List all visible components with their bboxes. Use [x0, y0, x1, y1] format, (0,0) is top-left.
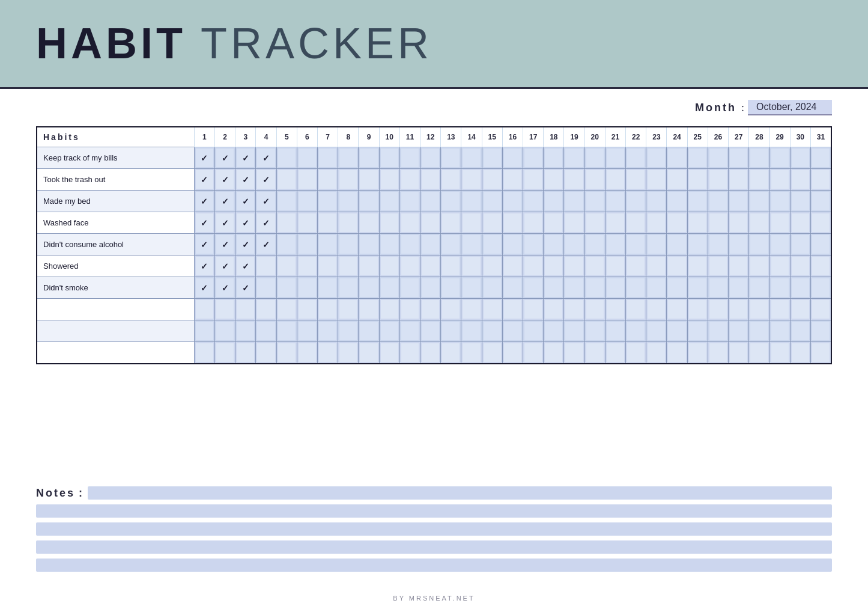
- notes-first-line[interactable]: [88, 486, 832, 500]
- habit-5-day-9[interactable]: [359, 256, 379, 277]
- habit-1-day-12[interactable]: [420, 169, 441, 191]
- habit-1-day-3[interactable]: ✓: [235, 169, 256, 191]
- habit-6-day-1[interactable]: ✓: [194, 277, 214, 299]
- habit-9-day-6[interactable]: [297, 342, 317, 364]
- habit-0-day-19[interactable]: [564, 147, 584, 169]
- habit-0-day-11[interactable]: [399, 147, 420, 169]
- habit-2-day-10[interactable]: [379, 191, 399, 212]
- habit-4-day-10[interactable]: [379, 234, 399, 256]
- habit-1-day-11[interactable]: [399, 169, 420, 191]
- habit-6-day-31[interactable]: [810, 277, 831, 299]
- habit-7-day-30[interactable]: [790, 299, 810, 320]
- habit-6-day-21[interactable]: [605, 277, 625, 299]
- habit-0-day-25[interactable]: [687, 147, 708, 169]
- habit-3-day-20[interactable]: [584, 212, 605, 234]
- habit-1-day-27[interactable]: [729, 169, 749, 191]
- habit-6-day-8[interactable]: [338, 277, 359, 299]
- habit-6-day-3[interactable]: ✓: [235, 277, 256, 299]
- habit-9-day-5[interactable]: [276, 342, 297, 364]
- habit-8-day-31[interactable]: [810, 320, 831, 342]
- habit-7-day-7[interactable]: [318, 299, 338, 320]
- habit-5-day-3[interactable]: ✓: [235, 256, 256, 277]
- habit-0-day-26[interactable]: [708, 147, 728, 169]
- habit-7-day-10[interactable]: [379, 299, 399, 320]
- habit-3-day-6[interactable]: [297, 212, 317, 234]
- habit-6-day-18[interactable]: [544, 277, 564, 299]
- habit-4-day-24[interactable]: [667, 234, 687, 256]
- habit-5-day-24[interactable]: [667, 256, 687, 277]
- habit-5-day-2[interactable]: ✓: [215, 256, 235, 277]
- habit-7-day-21[interactable]: [605, 299, 625, 320]
- habit-3-day-2[interactable]: ✓: [215, 212, 235, 234]
- habit-8-day-5[interactable]: [276, 320, 297, 342]
- habit-3-day-25[interactable]: [687, 212, 708, 234]
- habit-5-day-22[interactable]: [626, 256, 646, 277]
- habit-9-day-22[interactable]: [626, 342, 646, 364]
- habit-5-day-5[interactable]: [276, 256, 297, 277]
- habit-6-day-28[interactable]: [749, 277, 769, 299]
- habit-2-day-26[interactable]: [708, 191, 728, 212]
- habit-8-day-9[interactable]: [359, 320, 379, 342]
- habit-3-day-19[interactable]: [564, 212, 584, 234]
- habit-2-day-15[interactable]: [482, 191, 502, 212]
- habit-5-day-12[interactable]: [420, 256, 441, 277]
- habit-9-day-21[interactable]: [605, 342, 625, 364]
- habit-9-day-18[interactable]: [544, 342, 564, 364]
- habit-1-day-10[interactable]: [379, 169, 399, 191]
- habit-1-day-1[interactable]: ✓: [194, 169, 214, 191]
- habit-3-day-26[interactable]: [708, 212, 728, 234]
- habit-7-day-5[interactable]: [276, 299, 297, 320]
- habit-6-day-27[interactable]: [729, 277, 749, 299]
- habit-4-day-2[interactable]: ✓: [215, 234, 235, 256]
- habit-2-day-28[interactable]: [749, 191, 769, 212]
- habit-2-day-19[interactable]: [564, 191, 584, 212]
- habit-8-day-12[interactable]: [420, 320, 441, 342]
- habit-9-day-16[interactable]: [502, 342, 523, 364]
- habit-8-day-7[interactable]: [318, 320, 338, 342]
- note-line-5[interactable]: [36, 559, 832, 572]
- habit-8-day-19[interactable]: [564, 320, 584, 342]
- habit-7-day-12[interactable]: [420, 299, 441, 320]
- habit-1-day-26[interactable]: [708, 169, 728, 191]
- habit-1-day-7[interactable]: [318, 169, 338, 191]
- habit-2-day-16[interactable]: [502, 191, 523, 212]
- habit-9-day-13[interactable]: [441, 342, 461, 364]
- habit-1-day-31[interactable]: [810, 169, 831, 191]
- habit-5-day-26[interactable]: [708, 256, 728, 277]
- habit-4-day-21[interactable]: [605, 234, 625, 256]
- habit-8-day-11[interactable]: [399, 320, 420, 342]
- habit-5-day-11[interactable]: [399, 256, 420, 277]
- habit-7-day-18[interactable]: [544, 299, 564, 320]
- habit-8-day-6[interactable]: [297, 320, 317, 342]
- habit-3-day-4[interactable]: ✓: [256, 212, 276, 234]
- habit-3-day-10[interactable]: [379, 212, 399, 234]
- habit-4-day-27[interactable]: [729, 234, 749, 256]
- habit-8-day-3[interactable]: [235, 320, 256, 342]
- habit-9-day-14[interactable]: [461, 342, 482, 364]
- habit-5-day-18[interactable]: [544, 256, 564, 277]
- habit-3-day-14[interactable]: [461, 212, 482, 234]
- habit-3-day-17[interactable]: [523, 212, 544, 234]
- habit-2-day-23[interactable]: [646, 191, 667, 212]
- habit-9-day-10[interactable]: [379, 342, 399, 364]
- habit-name-4[interactable]: Didn't consume alcohol: [37, 234, 194, 256]
- habit-8-day-22[interactable]: [626, 320, 646, 342]
- habit-1-day-14[interactable]: [461, 169, 482, 191]
- habit-4-day-5[interactable]: [276, 234, 297, 256]
- habit-0-day-12[interactable]: [420, 147, 441, 169]
- habit-1-day-21[interactable]: [605, 169, 625, 191]
- habit-8-day-21[interactable]: [605, 320, 625, 342]
- habit-0-day-23[interactable]: [646, 147, 667, 169]
- habit-2-day-5[interactable]: [276, 191, 297, 212]
- habit-3-day-31[interactable]: [810, 212, 831, 234]
- habit-1-day-8[interactable]: [338, 169, 359, 191]
- habit-name-6[interactable]: Didn't smoke: [37, 277, 194, 299]
- habit-6-day-22[interactable]: [626, 277, 646, 299]
- habit-6-day-20[interactable]: [584, 277, 605, 299]
- habit-8-day-10[interactable]: [379, 320, 399, 342]
- habit-9-day-4[interactable]: [256, 342, 276, 364]
- habit-0-day-8[interactable]: [338, 147, 359, 169]
- habit-8-day-8[interactable]: [338, 320, 359, 342]
- habit-9-day-23[interactable]: [646, 342, 667, 364]
- habit-2-day-13[interactable]: [441, 191, 461, 212]
